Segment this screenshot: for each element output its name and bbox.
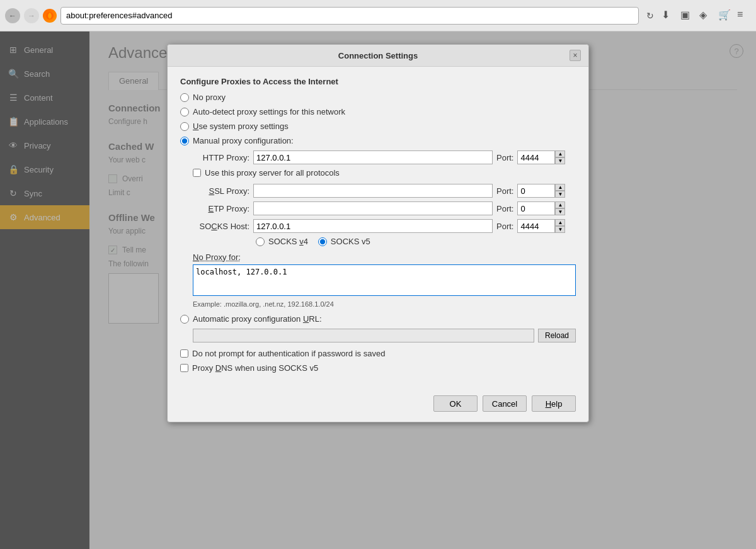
socks-v5-label: SOCKS v5 (331, 237, 370, 246)
ftp-port-up[interactable]: ▲ (555, 201, 565, 208)
auto-proxy-url-label: Automatic proxy configuration URL: (193, 314, 322, 324)
ok-button[interactable]: OK (433, 395, 478, 412)
socks-host-label: SOCKS Host: (193, 222, 249, 231)
dialog-footer: OK Cancel Help (168, 389, 588, 422)
ftp-port-spinner: ▲ ▼ (555, 201, 565, 215)
no-proxy-label: No proxy (193, 93, 226, 102)
no-proxy-section: No Proxy for: localhost, 127.0.0.1 Examp… (193, 252, 576, 308)
ssl-port-spinner: ▲ ▼ (555, 184, 565, 198)
ssl-port-label: Port: (496, 186, 513, 196)
ftp-port-input[interactable] (517, 201, 555, 215)
ftp-proxy-row: ETP Proxy: Port: ▲ ▼ (193, 201, 576, 215)
firefox-logo (43, 9, 57, 23)
auto-detect-label: Auto-detect proxy settings for this netw… (193, 107, 345, 116)
no-auth-label: Do not prompt for authentication if pass… (192, 349, 385, 358)
example-text: Example: .mozilla.org, .net.nz, 192.168.… (193, 300, 576, 308)
reload-proxy-button[interactable]: Reload (538, 329, 576, 342)
http-proxy-label: HTTP Proxy: (193, 153, 249, 162)
use-all-proxy-checkbox[interactable] (193, 169, 201, 177)
dialog-body: Configure Proxies to Access the Internet… (168, 67, 588, 389)
ftp-proxy-label: ETP Proxy: (193, 204, 249, 213)
dialog-close-button[interactable]: × (570, 50, 581, 61)
manual-proxy-label: Manual proxy configuration: (193, 136, 294, 145)
http-proxy-row: HTTP Proxy: Port: ▲ ▼ (193, 150, 576, 164)
system-proxy-radio[interactable] (180, 122, 189, 131)
http-port-spinner: ▲ ▼ (555, 150, 565, 164)
overlay: Connection Settings × Configure Proxies … (0, 31, 756, 549)
ssl-proxy-label: SSL Proxy: (193, 186, 249, 196)
no-auth-row: Do not prompt for authentication if pass… (180, 349, 576, 358)
auto-proxy-url-radio[interactable] (180, 315, 189, 324)
ssl-port-input[interactable] (517, 184, 555, 198)
toolbar-icons: ⬇ ▣ ◈ 🛒 ≡ (662, 9, 751, 23)
http-port-down[interactable]: ▼ (555, 157, 565, 164)
http-port-container: ▲ ▼ (517, 150, 565, 164)
forward-button[interactable]: → (24, 8, 39, 23)
socks-port-container: ▲ ▼ (517, 219, 565, 233)
socks-host-row: SOCKS Host: Port: ▲ ▼ (193, 219, 576, 233)
auto-detect-radio[interactable] (180, 108, 189, 116)
no-proxy-for-label: No Proxy for: (193, 252, 576, 262)
ssl-port-up[interactable]: ▲ (555, 184, 565, 191)
tab-icon[interactable]: ▣ (680, 9, 694, 23)
auto-proxy-url-row: Automatic proxy configuration URL: (180, 314, 576, 324)
ftp-proxy-input[interactable] (253, 201, 493, 215)
proxy-dns-label: Proxy DNS when using SOCKS v5 (192, 363, 318, 373)
proxy-section-title: Configure Proxies to Access the Internet (180, 77, 576, 86)
cart-icon[interactable]: 🛒 (718, 9, 732, 23)
http-port-up[interactable]: ▲ (555, 150, 565, 157)
socks-port-label: Port: (496, 222, 513, 231)
http-port-label: Port: (496, 153, 513, 162)
manual-proxy-row: Manual proxy configuration: (180, 136, 576, 145)
reload-button[interactable]: ↻ (643, 8, 658, 23)
socks-port-input[interactable] (517, 219, 555, 233)
system-proxy-row: Use system proxy settings (180, 122, 576, 131)
address-bar[interactable] (60, 7, 639, 25)
ftp-port-container: ▲ ▼ (517, 201, 565, 215)
cancel-button[interactable]: Cancel (483, 395, 527, 412)
help-button[interactable]: Help (532, 395, 576, 412)
proxy-dns-checkbox[interactable] (180, 364, 188, 372)
proxy-dns-row: Proxy DNS when using SOCKS v5 (180, 363, 576, 373)
ssl-port-down[interactable]: ▼ (555, 191, 565, 198)
back-button[interactable]: ← (5, 8, 20, 23)
ftp-port-down[interactable]: ▼ (555, 208, 565, 215)
ssl-proxy-input[interactable] (253, 184, 493, 198)
dialog-titlebar: Connection Settings × (168, 45, 588, 67)
socks-v4-label: SOCKS v4 (268, 237, 308, 246)
socks-port-down[interactable]: ▼ (555, 226, 565, 233)
auto-proxy-input-row: Reload (193, 329, 576, 342)
connection-settings-dialog: Connection Settings × Configure Proxies … (167, 44, 589, 422)
menu-icon[interactable]: ≡ (737, 9, 751, 23)
socks-host-input[interactable] (253, 219, 493, 233)
auto-proxy-input[interactable] (193, 329, 534, 342)
ftp-port-label: Port: (496, 204, 513, 213)
browser-chrome: ← → ↻ ⬇ ▣ ◈ 🛒 ≡ (0, 0, 756, 31)
use-all-proxy-label: Use this proxy server for all protocols (205, 168, 340, 178)
http-port-input[interactable] (517, 150, 555, 164)
socks-v4-row: SOCKS v4 (256, 237, 308, 246)
use-proxy-row: Use this proxy server for all protocols (193, 168, 576, 178)
no-proxy-textarea[interactable]: localhost, 127.0.0.1 (193, 264, 576, 296)
manual-proxy-radio[interactable] (180, 137, 189, 145)
download-icon[interactable]: ⬇ (662, 9, 675, 23)
dialog-checkboxes: Do not prompt for authentication if pass… (180, 349, 576, 373)
socks-v5-radio[interactable] (318, 237, 327, 246)
auto-detect-row: Auto-detect proxy settings for this netw… (180, 107, 576, 116)
http-proxy-input[interactable] (253, 150, 493, 164)
dialog-title: Connection Settings (186, 51, 570, 60)
system-proxy-label: Use system proxy settings (193, 122, 289, 131)
socks-v4-radio[interactable] (256, 237, 265, 246)
pocket-icon[interactable]: ◈ (699, 9, 713, 23)
socks-v5-row: SOCKS v5 (318, 237, 370, 246)
socks-port-spinner: ▲ ▼ (555, 219, 565, 233)
ssl-proxy-row: SSL Proxy: Port: ▲ ▼ (193, 184, 576, 198)
ssl-port-container: ▲ ▼ (517, 184, 565, 198)
no-proxy-radio[interactable] (180, 93, 189, 102)
socks-version-row: SOCKS v4 SOCKS v5 (256, 237, 576, 246)
socks-port-up[interactable]: ▲ (555, 219, 565, 226)
no-auth-checkbox[interactable] (180, 349, 188, 358)
no-proxy-row: No proxy (180, 93, 576, 102)
